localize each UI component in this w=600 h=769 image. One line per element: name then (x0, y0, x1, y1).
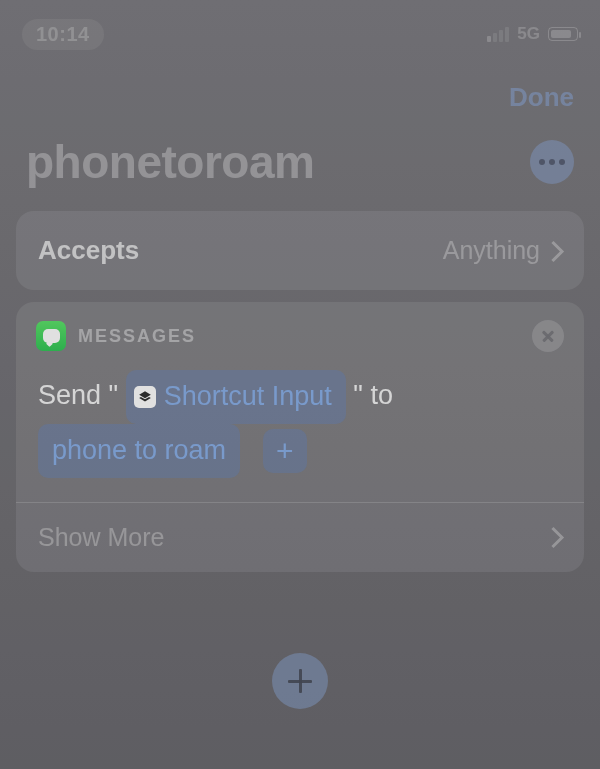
status-time: 10:14 (22, 19, 104, 50)
accepts-value: Anything (443, 236, 540, 265)
chevron-right-icon (550, 241, 562, 261)
status-bar: 10:14 5G (0, 0, 600, 54)
shortcut-input-token-label: Shortcut Input (164, 372, 332, 422)
shortcut-title[interactable]: phonetoroam (26, 135, 314, 189)
action-app-name: MESSAGES (78, 326, 196, 347)
accepts-label: Accepts (38, 235, 139, 266)
battery-icon (548, 27, 578, 41)
messages-app-icon (36, 321, 66, 351)
layers-icon (134, 386, 156, 408)
add-recipient-button[interactable]: + (263, 429, 307, 473)
ellipsis-icon (539, 159, 545, 165)
show-more-row[interactable]: Show More (16, 503, 584, 572)
add-action-button[interactable] (272, 653, 328, 709)
action-body: Send " Shortcut Input " to phone to roam… (16, 366, 584, 502)
action-text-prefix: Send " (38, 380, 118, 410)
chevron-right-icon (550, 527, 562, 547)
network-label: 5G (517, 24, 540, 44)
remove-action-button[interactable] (532, 320, 564, 352)
accepts-row[interactable]: Accepts Anything (16, 211, 584, 290)
title-row: phonetoroam (0, 113, 600, 211)
show-more-label: Show More (38, 523, 164, 552)
action-card: MESSAGES Send " Shortcut Input " to phon… (16, 302, 584, 572)
action-text-mid: " to (353, 380, 393, 410)
shortcut-input-token[interactable]: Shortcut Input (126, 370, 346, 424)
speech-bubble-icon (43, 329, 60, 343)
done-button[interactable]: Done (509, 82, 574, 113)
status-indicators: 5G (487, 24, 578, 44)
recipient-token[interactable]: phone to roam (38, 424, 240, 478)
accepts-card: Accepts Anything (16, 211, 584, 290)
signal-icon (487, 27, 509, 42)
action-header: MESSAGES (16, 302, 584, 366)
recipient-token-label: phone to roam (52, 426, 226, 476)
nav-bar: Done (0, 54, 600, 113)
more-options-button[interactable] (530, 140, 574, 184)
